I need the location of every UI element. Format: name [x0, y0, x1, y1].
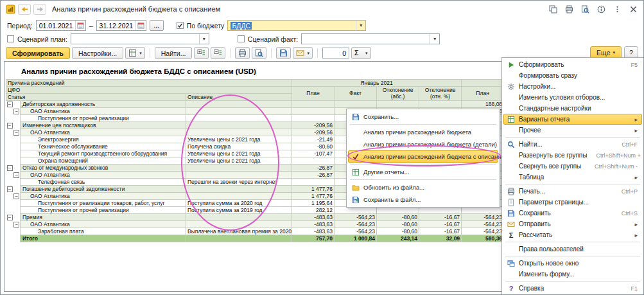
- budget-field[interactable]: БДДС ▾: [227, 20, 366, 31]
- header-reason: Причина расхождений: [6, 80, 292, 87]
- cell-plan-next: -564,23: [462, 214, 504, 221]
- send-button[interactable]: ▾: [293, 47, 313, 59]
- grid-row[interactable]: Поступления от прочей реализацииПоступил…: [6, 207, 504, 214]
- context-menu-item[interactable]: Сохранить...: [348, 111, 498, 123]
- collapse-group-button[interactable]: −: [13, 109, 19, 114]
- more-menu-item[interactable]: Свернуть все группыCtrl+Shift+Num -: [503, 161, 642, 172]
- cell-plan: -209,56: [292, 129, 335, 136]
- more-menu-item[interactable]: Таблица▸: [503, 172, 642, 183]
- close-icon[interactable]: [629, 4, 638, 14]
- context-menu-item[interactable]: Другие отчеты...: [348, 166, 498, 178]
- menu-item-label: Прочее: [519, 127, 541, 134]
- more-menu-item[interactable]: Отправить▸: [503, 219, 642, 229]
- row-description: [186, 221, 292, 228]
- collapse-group-button[interactable]: −: [7, 123, 13, 129]
- cell-deviation-rel: -16,67: [419, 228, 462, 235]
- period-select-button[interactable]: ...: [150, 20, 164, 31]
- generate-button[interactable]: Сформировать: [6, 47, 70, 59]
- calendar-icon[interactable]: [135, 21, 146, 30]
- more-menu-item[interactable]: СформироватьF5: [503, 59, 642, 70]
- collapse-group-button[interactable]: −: [7, 215, 13, 220]
- more-menu-item[interactable]: СохранитьCtrl+S: [503, 208, 642, 219]
- menu-icon-spacer: [506, 162, 516, 170]
- counter-input[interactable]: 0: [322, 48, 349, 58]
- header-cfo: ЦФО: [6, 87, 292, 94]
- kebab-menu-icon[interactable]: [613, 4, 622, 14]
- more-menu-item[interactable]: Стандартные настройки: [503, 103, 642, 114]
- collapse-group-button[interactable]: −: [7, 186, 13, 192]
- envelope-icon: [506, 220, 516, 228]
- date-to-field[interactable]: 31.12.2021: [96, 20, 146, 31]
- chevron-down-icon[interactable]: ▾: [356, 21, 365, 30]
- scenario-plan-field[interactable]: ▾: [71, 33, 209, 44]
- menu-item-label: Другие отчеты...: [363, 168, 410, 175]
- report-variants-button[interactable]: ▾: [125, 47, 145, 59]
- more-menu-item[interactable]: Варианты отчета▸: [503, 114, 642, 125]
- window-copy-icon[interactable]: [548, 4, 558, 14]
- date-from-field[interactable]: 01.01.2021: [36, 20, 86, 31]
- back-button[interactable]: [18, 4, 31, 15]
- find-button[interactable]: Найти...: [155, 47, 193, 59]
- grid-total-row[interactable]: Итого757,701 000,84243,1432,09580,36: [6, 235, 504, 242]
- by-budget-checkbox[interactable]: [177, 22, 184, 29]
- print-button[interactable]: [235, 47, 250, 59]
- context-menu-item[interactable]: Обновить из файла...: [348, 181, 498, 193]
- grid-row[interactable]: Заработная платаВыплачена внеплановая пр…: [6, 228, 504, 235]
- more-menu-item[interactable]: Найти...Ctrl+F: [503, 139, 642, 150]
- scenario-fact-checkbox[interactable]: [238, 35, 245, 42]
- settings-button[interactable]: Настройки...: [72, 47, 123, 59]
- date-to-value[interactable]: 31.12.2021: [100, 22, 135, 30]
- more-menu-item[interactable]: Изменить условия отборов...: [503, 92, 642, 103]
- scenario-fact-field[interactable]: ▾: [301, 33, 440, 44]
- menu-item-label: Формировать сразу: [519, 72, 577, 79]
- more-menu-item[interactable]: Открыть новое окно: [503, 258, 642, 269]
- collapse-groups-button[interactable]: [211, 47, 225, 59]
- more-menu-item[interactable]: ?СправкаF1: [503, 283, 642, 294]
- cell-deviation-abs: -80,60: [377, 214, 419, 221]
- search-icon: [506, 140, 516, 148]
- menu-item-label: Обновить из файла...: [363, 184, 424, 191]
- more-menu-item[interactable]: Формировать сразу: [503, 70, 642, 81]
- date-from-value[interactable]: 01.01.2021: [39, 22, 75, 30]
- save-button[interactable]: [276, 47, 291, 59]
- menu-icon-spacer: [506, 71, 516, 80]
- report-icon: [506, 115, 516, 123]
- preview-icon[interactable]: [580, 4, 590, 14]
- calculate-button[interactable]: Σ▾: [351, 47, 371, 59]
- chevron-down-icon[interactable]: ▾: [199, 34, 209, 44]
- row-name: Охрана помещений: [21, 157, 186, 165]
- collapse-group-button[interactable]: −: [13, 193, 19, 199]
- more-menu-item[interactable]: Настройки...: [503, 81, 642, 92]
- more-menu-item[interactable]: Прочее▸: [503, 125, 642, 136]
- cell-plan: [292, 157, 335, 165]
- expand-groups-button[interactable]: [194, 47, 209, 59]
- chevron-down-icon[interactable]: ▾: [430, 34, 439, 44]
- collapse-group-button[interactable]: −: [7, 102, 13, 107]
- more-menu-item[interactable]: ΣРассчитать▸: [503, 229, 642, 240]
- row-description: Поступила сумма за 2019 год: [186, 207, 292, 214]
- context-menu-item[interactable]: Анализ причин расхождений бюджета с опис…: [348, 150, 498, 163]
- budget-value[interactable]: БДДС: [231, 22, 252, 30]
- more-menu-item[interactable]: Развернуть все группыCtrl+Shift+Num +: [503, 150, 642, 161]
- more-menu-item[interactable]: Параметры страницы...: [503, 197, 642, 208]
- context-menu-item[interactable]: Анализ причин расхождений бюджета (детал…: [348, 138, 498, 150]
- context-menu-item[interactable]: Анализ причин расхождений бюджета: [348, 126, 498, 138]
- more-menu-item[interactable]: Печать...Ctrl+P: [503, 186, 642, 197]
- collapse-group-button[interactable]: −: [13, 222, 19, 228]
- collapse-group-button[interactable]: −: [13, 130, 19, 136]
- more-menu-item[interactable]: Изменить форму...: [503, 269, 642, 280]
- more-menu-item[interactable]: Права пользователей: [503, 244, 642, 255]
- grid-row[interactable]: −Дебиторская задолженность188,08: [6, 101, 504, 108]
- grid-row[interactable]: −ОАО Атлантика-483,63-564,23-80,60-16,67…: [6, 221, 504, 228]
- print-icon[interactable]: [564, 4, 574, 14]
- info-icon[interactable]: [596, 4, 606, 14]
- calendar-icon[interactable]: [75, 21, 85, 30]
- scenario-plan-checkbox[interactable]: [7, 35, 14, 42]
- collapse-group-button[interactable]: −: [13, 172, 19, 178]
- collapse-groups-icon: [214, 49, 222, 57]
- forward-button[interactable]: [33, 4, 46, 15]
- grid-row[interactable]: −Премия-483,63-564,23-80,60-16,67-564,23: [6, 214, 504, 221]
- collapse-group-button[interactable]: −: [7, 165, 13, 171]
- preview-button[interactable]: [252, 47, 266, 59]
- context-menu-item[interactable]: Сохранить в файл...: [348, 193, 498, 206]
